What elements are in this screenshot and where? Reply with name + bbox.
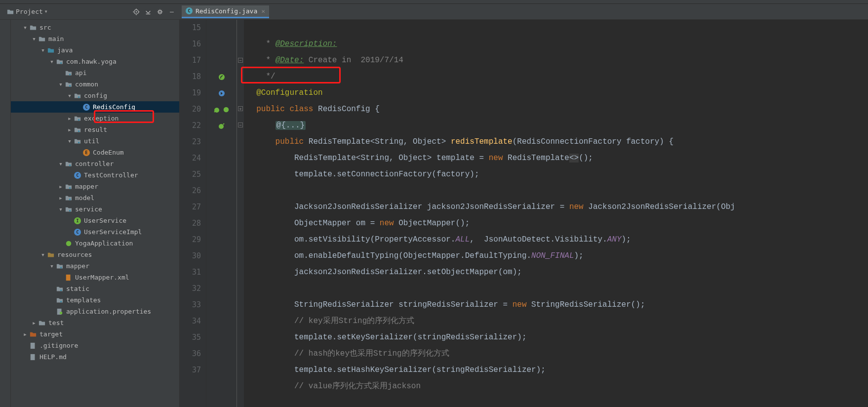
tree-arrow-icon[interactable]: [57, 82, 64, 87]
fold-marker[interactable]: −: [238, 122, 243, 127]
tree-item-config[interactable]: config: [11, 90, 179, 101]
tree-item-application-properties[interactable]: application.properties: [11, 306, 179, 317]
tree-item-mapper[interactable]: mapper: [11, 260, 179, 272]
svg-point-18: [69, 209, 71, 211]
tree-arrow-icon[interactable]: [66, 93, 73, 98]
tree-item-exception[interactable]: exception: [11, 113, 179, 124]
tree-item-java[interactable]: java: [11, 44, 179, 56]
locate-icon[interactable]: [132, 8, 140, 16]
tree-item-userserviceimpl[interactable]: CUserServiceImpl: [11, 226, 179, 238]
code-line: template.setConnectionFactory(factory);: [247, 170, 479, 179]
line-number: 15: [180, 20, 201, 36]
tree-item-yogaapplication[interactable]: YogaApplication: [11, 238, 179, 249]
spring-bean-icon[interactable]: [218, 73, 226, 81]
tree-arrow-icon[interactable]: [48, 59, 55, 64]
spring-leaf-icon[interactable]: [222, 106, 230, 114]
tree-arrow-icon[interactable]: [31, 37, 38, 41]
package-icon: [55, 263, 64, 270]
tree-arrow-icon[interactable]: [48, 264, 55, 269]
code-line: // hash的key也采用String的序列化方式: [247, 349, 449, 358]
line-number: 28: [180, 215, 201, 232]
code-line: StringRedisSerializer stringRedisSeriali…: [247, 300, 645, 309]
tree-item-api[interactable]: api: [11, 67, 179, 79]
gutter-icon-column: [206, 20, 237, 407]
tree-item-src[interactable]: src: [11, 22, 179, 33]
tree-label: controller: [75, 160, 114, 167]
tree-arrow-icon[interactable]: [57, 162, 64, 166]
tree-item--gitignore[interactable]: .gitignore: [11, 340, 179, 351]
svg-point-1: [136, 11, 137, 12]
code-line: */: [247, 72, 276, 81]
tree-item-resources[interactable]: resources: [11, 249, 179, 260]
svg-point-16: [69, 187, 71, 189]
project-tool-window-button[interactable]: Project ▼: [4, 7, 50, 16]
tree-item-test[interactable]: test: [11, 317, 179, 328]
tree-arrow-icon[interactable]: [39, 252, 46, 257]
package-icon: [64, 206, 73, 213]
tree-item-static[interactable]: static: [11, 283, 179, 294]
tree-item-target[interactable]: target: [11, 328, 179, 340]
line-number: 30: [180, 248, 201, 264]
left-gutter-sidebar: [0, 20, 11, 407]
svg-point-11: [78, 96, 80, 98]
tree-item-codeenum[interactable]: ECodeEnum: [11, 147, 179, 158]
tree-arrow-icon[interactable]: [57, 207, 64, 212]
svg-point-20: [60, 266, 62, 268]
tree-arrow-icon[interactable]: [22, 25, 29, 30]
tree-item-usermapper-xml[interactable]: UserMapper.xml: [11, 272, 179, 283]
tree-item-com-hawk-yoga[interactable]: com.hawk.yoga: [11, 56, 179, 67]
tree-item-mapper[interactable]: mapper: [11, 181, 179, 192]
tree-item-util[interactable]: util: [11, 135, 179, 147]
folder-src-icon: [46, 47, 55, 54]
close-icon[interactable]: ×: [260, 7, 265, 15]
tree-item-testcontroller[interactable]: CTestController: [11, 169, 179, 181]
svg-point-15: [69, 164, 71, 166]
tree-item-controller[interactable]: controller: [11, 158, 179, 169]
code-editor[interactable]: 1516171819202223242526272829303132333435…: [180, 20, 868, 407]
package-icon: [73, 126, 82, 133]
fold-marker[interactable]: −: [238, 58, 243, 63]
tree-item-userservice[interactable]: IUserService: [11, 215, 179, 226]
code-line: RedisTemplate<String, Object> template =…: [247, 154, 593, 163]
enum-icon: E: [82, 149, 91, 156]
line-number: 23: [180, 134, 201, 150]
interface-icon: I: [73, 217, 82, 224]
tree-item-redisconfig[interactable]: CRedisConfig: [11, 101, 179, 113]
project-tree-panel[interactable]: srcmainjavacom.hawk.yogaapicommonconfigC…: [11, 20, 180, 407]
gear-icon[interactable]: [156, 8, 164, 16]
tree-item-model[interactable]: model: [11, 192, 179, 204]
svg-point-32: [219, 124, 224, 129]
nav-icon[interactable]: [218, 89, 226, 97]
tree-label: resources: [57, 251, 92, 258]
line-number-gutter: 1516171819202223242526272829303132333435…: [180, 20, 206, 407]
package-icon: [73, 138, 82, 145]
tree-item-templates[interactable]: templates: [11, 294, 179, 306]
line-number: 35: [180, 329, 201, 346]
tree-label: mapper: [75, 183, 98, 190]
svg-point-17: [69, 198, 71, 200]
tree-arrow-icon[interactable]: [22, 332, 29, 337]
package-icon: [55, 297, 64, 304]
bean-method-icon[interactable]: [218, 122, 226, 130]
expand-icon[interactable]: [144, 8, 152, 16]
tree-arrow-icon[interactable]: [66, 127, 73, 132]
tree-item-main[interactable]: main: [11, 33, 179, 44]
tree-item-help-md[interactable]: HELP.md: [11, 351, 179, 363]
tree-arrow-icon[interactable]: [66, 116, 73, 121]
tree-arrow-icon[interactable]: [31, 321, 38, 326]
fold-marker-expand[interactable]: +: [238, 106, 243, 111]
tree-label: api: [75, 69, 86, 77]
package-icon: [73, 115, 82, 122]
tree-arrow-icon[interactable]: [57, 196, 64, 201]
code-content[interactable]: * @Description: * @Date: Create in 2019/…: [244, 20, 868, 407]
tree-item-common[interactable]: common: [11, 79, 179, 90]
tree-label: com.hawk.yoga: [66, 58, 117, 65]
tree-arrow-icon[interactable]: [57, 184, 64, 189]
tree-item-result[interactable]: result: [11, 124, 179, 135]
hide-icon[interactable]: —: [168, 8, 176, 16]
tree-arrow-icon[interactable]: [39, 48, 46, 53]
editor-tab-redisconfig[interactable]: C RedisConfig.java ×: [182, 5, 269, 18]
tree-item-service[interactable]: service: [11, 204, 179, 215]
bean-usage-icon[interactable]: [213, 106, 221, 114]
tree-arrow-icon[interactable]: [66, 139, 73, 144]
